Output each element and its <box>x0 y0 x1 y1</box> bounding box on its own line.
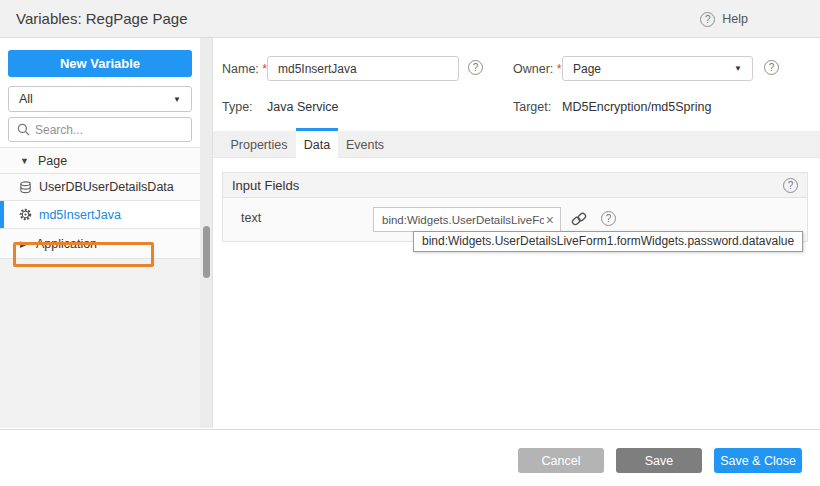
name-label: Name: * <box>222 62 267 76</box>
new-variable-button[interactable]: New Variable <box>8 50 192 77</box>
sidebar-empty-area <box>0 259 200 428</box>
search-box[interactable] <box>8 117 192 142</box>
variable-filter-select[interactable]: All ▼ <box>8 86 192 112</box>
dialog-footer: Cancel Save Save & Close <box>0 429 820 486</box>
name-help-icon[interactable]: ? <box>468 60 483 75</box>
clear-binding-icon[interactable]: × <box>544 213 556 227</box>
tree-item-md5insertjava-selected[interactable]: md5InsertJava <box>0 201 200 229</box>
tab-events[interactable]: Events <box>338 131 392 158</box>
field-label-text: text <box>241 211 261 225</box>
owner-select[interactable]: Page ▼ <box>562 56 753 81</box>
bind-expression-input[interactable]: bind:Widgets.UserDetailsLiveForm1.fo × <box>373 207 561 232</box>
owner-selected-value: Page <box>573 62 601 76</box>
service-gear-icon <box>18 208 32 222</box>
variables-tree: ▼ Page UserDBUserDetailsData md5InsertJa… <box>0 147 200 259</box>
tree-node-page[interactable]: ▼ Page <box>0 147 200 174</box>
database-icon <box>18 180 32 194</box>
tree-item-label: md5InsertJava <box>39 208 121 222</box>
field-help-icon[interactable]: ? <box>601 211 616 226</box>
tree-node-label: Application <box>36 237 97 251</box>
required-asterisk: * <box>557 62 562 76</box>
input-fields-help-icon[interactable]: ? <box>783 178 798 193</box>
variable-detail-panel: Name: * ? Owner: * Page ▼ ? Type: Java S… <box>213 38 820 429</box>
type-label: Type: <box>222 100 253 114</box>
help-link[interactable]: ? Help <box>700 0 748 38</box>
sidebar-scrollbar-thumb[interactable] <box>203 226 210 278</box>
variable-name-input[interactable] <box>267 56 459 81</box>
variables-sidebar: New Variable All ▼ ▼ Page UserDBUserDeta… <box>0 39 200 428</box>
target-label: Target: <box>513 100 551 114</box>
save-button[interactable]: Save <box>616 448 702 473</box>
cancel-button[interactable]: Cancel <box>518 448 604 473</box>
caret-right-icon[interactable]: ▶ <box>20 239 27 249</box>
tab-data-active[interactable]: Data <box>296 128 338 159</box>
input-fields-title: Input Fields <box>232 178 299 193</box>
tab-properties[interactable]: Properties <box>222 131 296 158</box>
filter-selected-value: All <box>19 92 33 106</box>
target-value: MD5Encryption/md5Spring <box>562 100 711 114</box>
type-value: Java Service <box>267 100 339 114</box>
caret-down-icon[interactable]: ▼ <box>20 156 29 166</box>
tree-node-application[interactable]: ▶ Application <box>0 229 200 259</box>
variables-dialog: Variables: RegPage Page ? Help New Varia… <box>0 0 820 486</box>
detail-tabbar: Properties Data Events <box>213 131 820 158</box>
tree-item-label: UserDBUserDetailsData <box>39 180 174 194</box>
input-fields-header: Input Fields ? <box>223 173 807 198</box>
sidebar-scrollbar-track[interactable] <box>200 38 213 428</box>
bind-expression-tooltip: bind:Widgets.UserDetailsLiveForm1.formWi… <box>413 231 803 252</box>
search-icon <box>16 123 30 137</box>
chevron-down-icon: ▼ <box>734 64 742 73</box>
help-label: Help <box>722 12 748 26</box>
owner-help-icon[interactable]: ? <box>764 60 779 75</box>
dialog-header: Variables: RegPage Page ? Help <box>0 0 820 38</box>
bind-link-icon[interactable] <box>571 211 587 227</box>
owner-label: Owner: * <box>513 62 562 76</box>
tree-item-userdbuserdetailsdata[interactable]: UserDBUserDetailsData <box>0 174 200 201</box>
save-and-close-button[interactable]: Save & Close <box>714 448 802 473</box>
page-title: Variables: RegPage Page <box>16 10 188 27</box>
help-icon: ? <box>700 12 715 27</box>
bind-expression-value: bind:Widgets.UserDetailsLiveForm1.fo <box>382 214 544 226</box>
search-input[interactable] <box>35 123 190 137</box>
chevron-down-icon: ▼ <box>173 95 181 104</box>
tree-node-label: Page <box>38 154 67 168</box>
